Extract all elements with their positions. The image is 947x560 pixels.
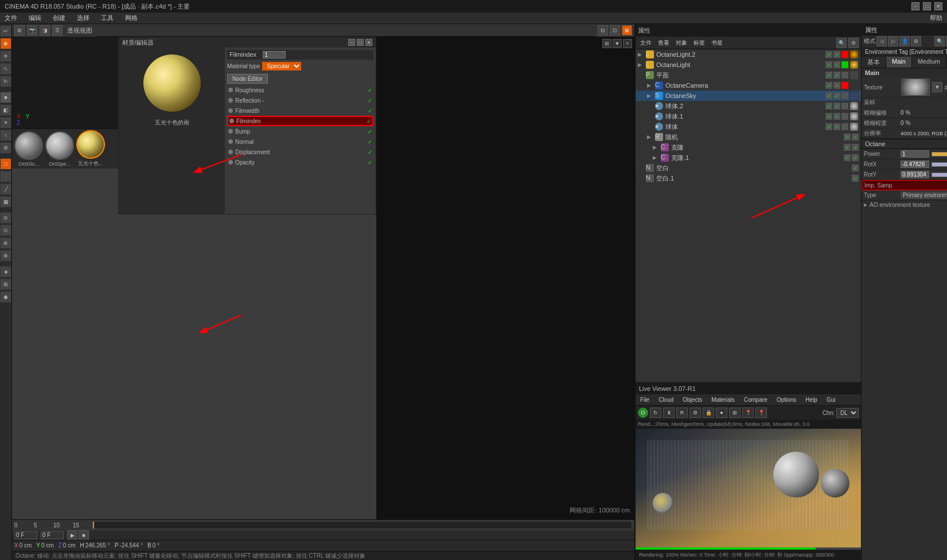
check-sky-1[interactable]: ✓ [825,92,832,99]
prop-reflection-1[interactable]: Reflection - ✓ [227,95,373,105]
lv-menu-materials[interactable]: Materials [709,397,737,403]
tree-null2[interactable]: · N 空白.1 ✓ [636,173,861,183]
scene-menu-obj[interactable]: 对象 [673,39,689,47]
prop-filmindex-1[interactable]: Filmindex ✓ [227,116,373,126]
prop-filmwidth-1[interactable]: Filmwidth ✓ [227,105,373,116]
mat-type-select-1[interactable]: Specular [262,62,301,71]
tree-sphere2[interactable]: · ● 球体.2 ✓ ✓ [636,101,861,111]
mat-thumb-2[interactable] [45,131,74,160]
tool-scale[interactable]: ⤡ [0,63,11,75]
lv-layout[interactable]: ⊞ [729,408,741,418]
scene-menu-file[interactable]: 文件 [638,39,654,47]
check-clone1-2[interactable]: ✓ [852,144,859,151]
scene-settings-btn[interactable]: ⚙ [848,38,859,48]
layout-btn1[interactable]: ⊟ [598,25,608,36]
display-btn[interactable]: ◨ [40,25,50,36]
prop-bump-1[interactable]: Bump ✓ [227,126,373,136]
close-button[interactable]: ✕ [934,2,942,10]
lv-gear[interactable]: ⚙ [689,408,701,418]
tool-deform[interactable]: ⊕ [0,250,11,261]
check-sphere1-2[interactable]: ✓ [833,113,840,120]
mode-user[interactable]: 👤 [899,36,910,46]
mode-gear[interactable]: ⚙ [911,36,921,46]
mat-thumb-item-2[interactable]: OctSpe... [45,131,74,167]
tree-octanesky[interactable]: ▶ S OctaneSky ✓ ✓ [636,91,861,101]
check-clone2-2[interactable]: ✓ [852,154,859,161]
scene-search-btn[interactable]: 🔍 [836,38,847,48]
lv-menu-options[interactable]: Options [774,397,798,403]
lv-pin[interactable]: 📍 [742,408,754,418]
mat-thumb-1[interactable] [14,131,43,160]
lv-refresh[interactable]: ↻ [650,408,661,418]
lv-lock[interactable]: 🔒 [703,408,714,418]
texture-menu-btn[interactable]: ▼ [932,82,942,92]
check-sphere2-1[interactable]: ✓ [825,103,832,109]
tool-render-region[interactable]: ◧ [0,104,11,116]
stop-btn[interactable]: ■ [79,530,89,541]
menu-mesh[interactable]: 网格 [123,14,140,22]
current-frame-input[interactable] [14,531,37,539]
tool-brush[interactable]: ⊙ [0,225,11,236]
check-clone2-1[interactable]: ✓ [844,154,851,161]
tool-sculpt[interactable]: ⊘ [0,212,11,224]
check-octanelight2-2[interactable]: ✓ [833,51,840,58]
check-plane-2[interactable]: ✓ [833,72,840,79]
check-random-1[interactable]: ✓ [844,134,851,140]
rotx-input[interactable] [901,160,929,168]
check-sphere2-2[interactable]: ✓ [833,103,840,109]
layout-btn3[interactable]: ⊞ [622,25,632,36]
power-slider[interactable] [932,152,947,156]
vp-btn-2[interactable]: ▼ [613,39,622,48]
check-sky-2[interactable]: ✓ [833,92,840,99]
options-btn[interactable]: ☰ [52,25,63,36]
minimize-button[interactable]: − [911,2,919,10]
tree-clone2[interactable]: ▶ C 克隆.1 ✓ ✓ [636,152,861,163]
tree-octanecamera[interactable]: ▶ C OctaneCamera ✓ ✓ [636,80,861,91]
camera-btn[interactable]: 📷 [27,25,37,36]
tree-octanelight2[interactable]: ▶ L OctaneLight.2 ✓ ✓ [636,49,861,60]
tool-render[interactable]: ■ [0,92,11,103]
tree-random[interactable]: ▶ R 随机 ✓ ✓ [636,132,861,142]
mode-back[interactable]: ◁ [876,36,887,46]
tool-snap[interactable]: ◈ [0,266,11,277]
prop-opacity-1[interactable]: Opacity ✓ [227,157,373,167]
editor-1-minimize[interactable]: − [348,39,355,46]
tree-sphere1[interactable]: · ● 球体.1 ✓ ✓ [636,111,861,122]
play-btn[interactable]: ▶ [67,530,77,541]
tree-null1[interactable]: · N 空白 ✓ [636,163,861,173]
mode-search[interactable]: 🔍 [934,36,945,46]
lv-render-area[interactable] [636,429,861,547]
tree-plane[interactable]: · P 平面 ✓ ✓ [636,70,861,80]
lv-cam[interactable]: ● [716,408,727,418]
check-null2-1[interactable]: ✓ [852,175,859,182]
menu-file[interactable]: 文件 [2,14,20,22]
tool-soft[interactable]: ◉ [0,291,11,303]
scene-menu-tag[interactable]: 标签 [691,39,707,47]
vp-btn-3[interactable]: + [623,39,632,48]
texture-preview[interactable] [901,79,930,96]
lv-reset[interactable]: R [676,408,688,418]
tab-medium[interactable]: Medium [912,57,946,68]
mat-thumb-item-1[interactable]: OctGlo... [14,131,43,167]
tool-points[interactable]: · [0,171,11,182]
viewport-3d-main[interactable]: 网格间距: 100000 cm ⊞ ▼ + [376,37,634,519]
tool-polys[interactable]: ▩ [0,196,11,207]
editor-1-maximize[interactable]: □ [357,39,364,46]
check-plane-1[interactable]: ✓ [825,72,832,79]
check-sphere-1[interactable]: ✓ [825,123,832,130]
check-cam-2[interactable]: ✓ [833,82,840,89]
tool-viewport[interactable]: □ [0,158,11,170]
scene-menu-view[interactable]: 查看 [656,39,672,47]
lv-menu-cloud[interactable]: Cloud [656,397,676,403]
check-sphere1-1[interactable]: ✓ [825,113,832,120]
lv-menu-gui[interactable]: Gui [824,397,838,403]
prop-roughness-1[interactable]: Roughness ✓ [227,85,373,95]
view-btn[interactable]: ⊞ [14,25,25,36]
channel-select[interactable]: DL [836,408,859,418]
mat-thumb-3[interactable] [76,130,105,159]
tool-light[interactable]: ☀ [0,117,11,128]
check-clone1-1[interactable]: ✓ [844,144,851,151]
tool-move[interactable]: ✛ [0,50,11,62]
tool-magnet[interactable]: ⊞ [0,279,11,290]
prop-disp-1[interactable]: Displacement ✓ [227,147,373,157]
